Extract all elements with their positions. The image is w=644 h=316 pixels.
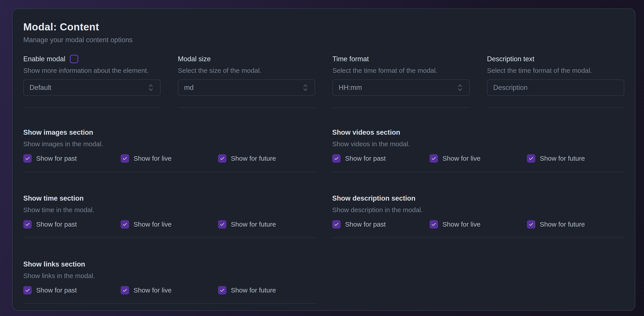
enable-modal-checkbox[interactable]: [70, 55, 78, 63]
checkbox-checked-icon[interactable]: [527, 220, 535, 229]
checkbox-checked-icon[interactable]: [218, 154, 226, 163]
select-value: HH:mm: [339, 84, 362, 92]
chevron-updown-icon: [457, 83, 462, 92]
field-description: Select the time format of the modal.: [487, 67, 624, 75]
checkbox-images-show-for-future[interactable]: Show for future: [218, 154, 315, 163]
checkbox-row: Show for past Show for live Show for fut…: [332, 220, 624, 229]
section-show-description: Show description section Show descriptio…: [332, 194, 624, 238]
checkbox-checked-icon[interactable]: [121, 154, 129, 163]
checkbox-checked-icon[interactable]: [430, 220, 438, 229]
section-show-images: Show images section Show images in the m…: [23, 128, 315, 172]
checkbox-videos-show-for-live[interactable]: Show for live: [430, 154, 527, 163]
checkbox-label: Show for live: [134, 155, 172, 162]
modal-size-select[interactable]: md: [178, 80, 315, 96]
checkbox-time-show-for-live[interactable]: Show for live: [121, 220, 218, 229]
checkbox-label: Show for future: [231, 286, 276, 294]
checkbox-description-show-for-live[interactable]: Show for live: [430, 220, 527, 229]
checkbox-row: Show for past Show for live Show for fut…: [332, 154, 624, 163]
page-title: Modal: Content: [23, 21, 624, 33]
field-label: Modal size: [178, 55, 211, 63]
time-format-select[interactable]: HH:mm: [332, 80, 470, 96]
checkbox-checked-icon[interactable]: [430, 154, 438, 163]
enable-modal-select[interactable]: Default: [23, 80, 160, 96]
checkbox-label: Show for live: [134, 221, 172, 228]
checkbox-videos-show-for-future[interactable]: Show for future: [527, 154, 624, 163]
select-value: Default: [30, 84, 51, 92]
checkbox-checked-icon[interactable]: [121, 286, 129, 294]
divider: [332, 107, 470, 108]
checkbox-description-show-for-past[interactable]: Show for past: [332, 220, 430, 229]
section-title: Show videos section: [332, 128, 624, 137]
field-modal-size: Modal size Select the size of the modal.…: [178, 55, 315, 108]
divider: [178, 107, 315, 108]
checkbox-checked-icon[interactable]: [23, 220, 32, 229]
checkbox-checked-icon[interactable]: [23, 286, 32, 294]
divider: [487, 107, 624, 108]
checkbox-time-show-for-past[interactable]: Show for past: [23, 220, 121, 229]
field-label: Enable modal: [23, 55, 66, 63]
divider: [23, 237, 315, 238]
checkbox-row: Show for past Show for live Show for fut…: [23, 220, 315, 229]
field-description: Show more information about the element.: [23, 67, 160, 75]
field-description: Select the size of the modal.: [178, 67, 315, 75]
checkbox-links-show-for-future[interactable]: Show for future: [218, 286, 315, 294]
field-enable-modal: Enable modal Show more information about…: [23, 55, 160, 108]
settings-card: Modal: Content Manage your modal content…: [12, 9, 635, 311]
sections-row-2: Show time section Show time in the modal…: [23, 194, 624, 238]
section-description: Show time in the modal.: [23, 206, 315, 214]
checkbox-time-show-for-future[interactable]: Show for future: [218, 220, 315, 229]
select-value: md: [184, 84, 194, 92]
section-title: Show links section: [23, 260, 315, 269]
section-title: Show images section: [23, 128, 315, 137]
checkbox-label: Show for past: [345, 221, 386, 228]
divider: [23, 303, 315, 304]
section-show-time: Show time section Show time in the modal…: [23, 194, 315, 238]
section-description: Show description in the modal.: [332, 206, 624, 214]
fields-row: Enable modal Show more information about…: [23, 55, 624, 108]
checkbox-label: Show for past: [36, 286, 77, 294]
field-description-text: Description text Select the time format …: [487, 55, 624, 108]
empty-cell: [332, 260, 624, 304]
section-title: Show description section: [332, 194, 624, 203]
checkbox-checked-icon[interactable]: [218, 220, 226, 229]
checkbox-links-show-for-past[interactable]: Show for past: [23, 286, 121, 294]
checkbox-images-show-for-live[interactable]: Show for live: [121, 154, 218, 163]
section-show-videos: Show videos section Show videos in the m…: [332, 128, 624, 172]
field-description: Select the time format of the modal.: [332, 67, 470, 75]
checkbox-checked-icon[interactable]: [218, 286, 226, 294]
checkbox-links-show-for-live[interactable]: Show for live: [121, 286, 218, 294]
page-subtitle: Manage your modal content options: [23, 36, 624, 44]
checkbox-row: Show for past Show for live Show for fut…: [23, 154, 315, 163]
checkbox-images-show-for-past[interactable]: Show for past: [23, 154, 121, 163]
checkbox-label: Show for future: [540, 155, 585, 162]
chevron-updown-icon: [148, 83, 154, 92]
section-description: Show links in the modal.: [23, 272, 315, 280]
checkbox-description-show-for-future[interactable]: Show for future: [527, 220, 624, 229]
field-label: Description text: [487, 55, 534, 63]
checkbox-label: Show for past: [36, 155, 77, 162]
checkbox-checked-icon[interactable]: [23, 154, 32, 163]
divider: [23, 107, 160, 108]
checkbox-label: Show for live: [442, 221, 480, 228]
checkbox-label: Show for future: [231, 155, 276, 162]
sections-row-1: Show images section Show images in the m…: [23, 128, 624, 172]
divider: [332, 237, 624, 238]
checkbox-row: Show for past Show for live Show for fut…: [23, 286, 315, 294]
description-text-input[interactable]: [487, 80, 624, 96]
chevron-updown-icon: [303, 83, 308, 92]
divider: [332, 172, 624, 172]
checkbox-label: Show for past: [345, 155, 386, 162]
section-show-links: Show links section Show links in the mod…: [23, 260, 315, 304]
checkbox-checked-icon[interactable]: [121, 220, 129, 229]
checkbox-checked-icon[interactable]: [527, 154, 535, 163]
field-label: Time format: [332, 55, 369, 63]
checkbox-checked-icon[interactable]: [332, 154, 341, 163]
section-title: Show time section: [23, 194, 315, 203]
section-description: Show images in the modal.: [23, 140, 315, 148]
sections-row-3: Show links section Show links in the mod…: [23, 260, 624, 304]
checkbox-label: Show for future: [231, 221, 276, 228]
checkbox-checked-icon[interactable]: [332, 220, 341, 229]
checkbox-label: Show for live: [134, 286, 172, 294]
checkbox-videos-show-for-past[interactable]: Show for past: [332, 154, 430, 163]
field-time-format: Time format Select the time format of th…: [332, 55, 470, 108]
